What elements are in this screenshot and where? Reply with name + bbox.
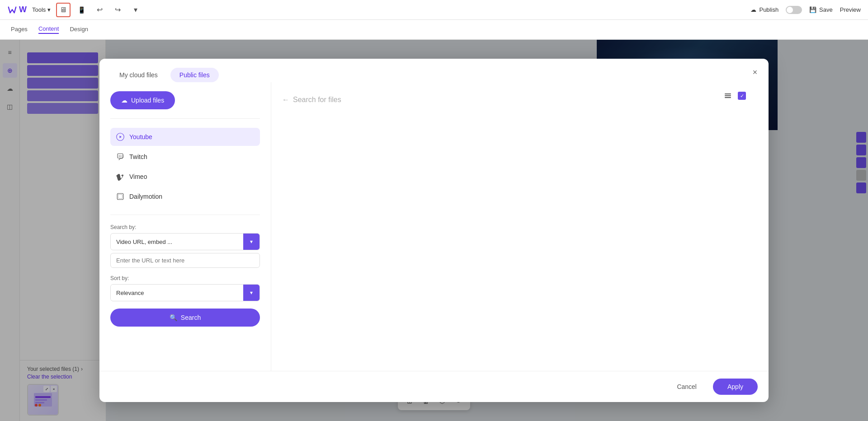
- search-icon: 🔍: [170, 314, 177, 321]
- logo[interactable]: W: [7, 5, 27, 15]
- tab-pages[interactable]: Pages: [11, 26, 28, 33]
- preview-button[interactable]: Preview: [840, 6, 861, 13]
- modal-tab-public[interactable]: Public files: [170, 68, 219, 82]
- main-area: ≡ ⊕ ☁ ◫ Your selected files (1) › Clear …: [0, 40, 868, 421]
- modal-left-panel: ☁ Upload files: [99, 82, 271, 371]
- second-bar: Pages Content Design: [0, 20, 868, 40]
- cancel-button[interactable]: Cancel: [666, 379, 708, 395]
- redo-icon[interactable]: ↪: [110, 3, 125, 17]
- search-by-arrow[interactable]: ▾: [243, 234, 259, 250]
- dailymotion-icon: [116, 192, 125, 201]
- source-label-dailymotion: Dailymotion: [129, 193, 162, 200]
- source-item-dailymotion[interactable]: Dailymotion: [110, 187, 260, 206]
- logo-text: W: [19, 5, 27, 14]
- sort-by-label: Sort by:: [110, 275, 260, 281]
- tools-menu[interactable]: Tools ▾: [32, 6, 51, 13]
- search-hint: ← Search for files: [282, 96, 341, 104]
- search-hint-text: Search for files: [293, 96, 341, 104]
- save-icon: 💾: [809, 6, 816, 13]
- twitch-icon: [116, 152, 125, 161]
- modal-top-right-icons: ✓: [722, 89, 746, 102]
- publish-button[interactable]: ☁ Publish: [750, 6, 778, 13]
- toggle-switch[interactable]: [786, 6, 802, 14]
- chevron-down-icon: ▾: [47, 6, 51, 13]
- search-button[interactable]: 🔍 Search: [110, 309, 260, 327]
- svg-rect-14: [725, 97, 731, 98]
- vimeo-icon: [116, 172, 125, 181]
- list-view-icon[interactable]: [722, 89, 734, 102]
- modal-body: ☁ Upload files: [99, 82, 769, 371]
- undo-icon[interactable]: ↩: [92, 3, 107, 17]
- device-icons: 🖥 📱 ↩ ↪ ▾: [56, 3, 143, 17]
- search-by-select[interactable]: Video URL, embed ... ▾: [110, 233, 260, 250]
- mobile-icon[interactable]: 📱: [74, 3, 89, 17]
- modal-close-button[interactable]: ×: [749, 66, 761, 79]
- modal-overlay: × My cloud files Public files ☁ Upload f…: [0, 40, 868, 421]
- source-label-vimeo: Vimeo: [129, 173, 147, 180]
- tab-design[interactable]: Design: [70, 26, 88, 33]
- url-input[interactable]: [110, 253, 260, 268]
- modal-header: My cloud files Public files: [99, 59, 769, 82]
- modal-tab-cloud[interactable]: My cloud files: [110, 68, 167, 82]
- publish-icon: ☁: [750, 6, 756, 13]
- select-all-checkbox[interactable]: ✓: [738, 92, 746, 100]
- save-button[interactable]: 💾 Save: [809, 6, 833, 13]
- left-arrow-icon: ←: [282, 96, 289, 104]
- top-bar: W Tools ▾ 🖥 📱 ↩ ↪ ▾ ☁ Publish 💾 Save Pre…: [0, 0, 868, 20]
- more-icon[interactable]: ▾: [128, 3, 143, 17]
- upload-button[interactable]: ☁ Upload files: [110, 91, 175, 109]
- desktop-icon[interactable]: 🖥: [56, 3, 71, 17]
- svg-rect-12: [725, 94, 731, 94]
- modal-footer: Cancel Apply: [99, 371, 769, 402]
- source-item-youtube[interactable]: Youtube: [110, 128, 260, 146]
- top-bar-right: ☁ Publish 💾 Save Preview: [750, 6, 861, 14]
- separator-2: [110, 215, 260, 215]
- tab-content[interactable]: Content: [38, 25, 59, 34]
- youtube-icon: [116, 132, 125, 141]
- search-by-section: Search by: Video URL, embed ... ▾: [110, 224, 260, 268]
- svg-rect-13: [725, 95, 731, 96]
- sort-by-value: Relevance: [111, 286, 243, 300]
- apply-button[interactable]: Apply: [713, 379, 758, 395]
- modal: × My cloud files Public files ☁ Upload f…: [99, 59, 769, 402]
- sort-by-select[interactable]: Relevance ▾: [110, 284, 260, 301]
- svg-rect-7: [118, 154, 123, 158]
- source-item-vimeo[interactable]: Vimeo: [110, 168, 260, 186]
- source-label-youtube: Youtube: [129, 133, 152, 140]
- source-label-twitch: Twitch: [129, 153, 147, 160]
- source-list: Youtube Twitch: [110, 128, 260, 206]
- svg-rect-11: [118, 195, 123, 199]
- source-item-twitch[interactable]: Twitch: [110, 148, 260, 166]
- sort-by-arrow[interactable]: ▾: [243, 285, 259, 301]
- modal-right-panel: ✓ ← Search for files: [271, 82, 769, 371]
- search-by-value: Video URL, embed ...: [111, 235, 243, 249]
- search-by-label: Search by:: [110, 224, 260, 230]
- separator: [110, 118, 260, 119]
- upload-icon: ☁: [121, 97, 127, 104]
- sort-by-section: Sort by: Relevance ▾: [110, 275, 260, 301]
